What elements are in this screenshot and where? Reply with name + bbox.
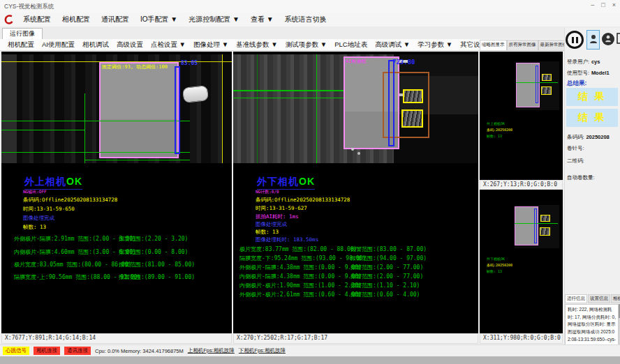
thumb1-yellow-box-1 [542, 74, 552, 81]
alarm-range: 报警范围:(83.00 - 87.00) [350, 245, 427, 253]
alarm-range: 报警范围:(81.00 - 85.00) [119, 261, 195, 268]
right-camera-title: 外下相机OK [257, 176, 315, 190]
overlay-blue-measure-rect [175, 66, 180, 154]
model-row: 使用型号: Model1 [567, 68, 610, 77]
minimize-button[interactable]: – [591, 1, 594, 8]
tool-image-processing[interactable]: 图像处理 ▼ [190, 40, 232, 50]
measurement-row: 内侧极片-极片:1.90mm 范围:(1.00 - 2.20) [239, 282, 362, 289]
right-camera-frames: 帧数: 13 [256, 229, 279, 236]
menu-item-view[interactable]: 查看 ▼ [246, 13, 279, 26]
menu-item-light-config[interactable]: 光源控制配置 ▼ [184, 13, 244, 26]
login-label: 登录用户: [567, 59, 589, 65]
menu-item-comm-config[interactable]: 通讯配置 [96, 13, 134, 26]
left-camera-sub: NG输出:OFF [23, 189, 47, 195]
window-bottom-band [0, 356, 620, 364]
maximize-button[interactable]: □ [601, 1, 605, 8]
threshold-overlay-text: 固定阈值:93, 动态阈值:100 [102, 63, 168, 70]
tool-spotcheck-settings[interactable]: 点检设置 ▼ [147, 40, 189, 50]
measurement-row: 极片宽度:83.05mm 范围:(80.00 - 86.00) [14, 261, 131, 268]
total-result-label: 总结果: [567, 79, 586, 88]
left-camera-time: 时间:13-31-59-650 [23, 206, 75, 213]
tool-learning-params[interactable]: 学习参数 ▼ [414, 40, 456, 50]
left-camera-viewport[interactable]: 固定阈值:93, 动态阈值:100 83.05 外上相机OK NG输出:OFF … [1, 52, 232, 333]
overlay-green-vline [84, 93, 85, 163]
operator-icon-button[interactable] [602, 33, 614, 45]
alarm-range: 报警范围:(1.10 - 2.10) [350, 282, 420, 289]
count-label: 自动卷数量: [567, 174, 595, 181]
thumbnail-view-1[interactable]: 外上相机OK 条码:20250208 帧数: 13 [480, 52, 563, 180]
heartbeat-status-badge: 心跳信号 [3, 347, 29, 355]
menu-item-language[interactable]: 系统语言切换 [280, 13, 332, 26]
info-tabs: 运行信息 设置信息 相机信息 [565, 294, 620, 303]
thumb2-coords: X:311;Y:980;R:0;G:0;B:0 [480, 333, 563, 344]
tool-baseline-params[interactable]: 基准线参数 ▼ [232, 40, 281, 50]
thumb1-coords: X:267;Y:13;R:0;G:0;B:0 [480, 180, 563, 190]
model-value: Model1 [591, 70, 610, 76]
barcode-label: 条码码: [567, 134, 584, 140]
thumb2-yellow-box-2 [540, 227, 550, 236]
pause-button[interactable] [566, 31, 584, 49]
thumb2-yellow-box-1 [540, 215, 550, 222]
menu-item-io-config[interactable]: IO手配置 ▼ [135, 13, 182, 26]
overlay-yellow-vline [222, 54, 223, 163]
tool-camera-config[interactable]: 相机配置 [4, 40, 38, 50]
thumb1-line: 外上相机OK [487, 121, 505, 126]
right-camera-time: 时间:13-31-59-627 [256, 205, 307, 212]
tool-test-params[interactable]: 测试项参数 ▼ [282, 40, 331, 50]
alarm-range: 报警范围:(0.00 - 8.00) [119, 248, 188, 256]
thumb2-blue-rect [534, 208, 537, 243]
thumb2-line: 条码:20250208 [487, 263, 512, 268]
thumbnail-view-2[interactable]: 外下相机OK 条码:20250208 帧数: 13 [480, 190, 563, 333]
tool-camera-debug[interactable]: 相机调试 [79, 40, 112, 50]
login-value: cys [591, 59, 600, 65]
alarm-range: 报警范围:(94.00 - 97.00) [350, 255, 427, 262]
barcode-row: 条码码: 20250208 [567, 132, 610, 141]
overlay-green-vline-dim [257, 54, 258, 163]
measurement-row: 内侧极片-隔膜:4.60mm 范围:(3.00 - 6.00) [14, 248, 136, 256]
result-display-bottom: 结 果 [566, 109, 618, 127]
menu-item-system-config[interactable]: 系统配置 [18, 13, 56, 26]
overlay-green-hline-2 [1, 130, 84, 130]
left-camera-title: 外上相机OK [24, 176, 82, 190]
overlay-yellow-defect-box-1 [403, 89, 423, 103]
right-camera-viewport[interactable]: AI检测框 723.80 外下相机OK NG计数:0/0 条码码:Offline… [233, 52, 478, 333]
close-button[interactable]: × [612, 1, 616, 8]
tool-plc-address[interactable]: PLC地址表 [331, 40, 371, 50]
left-camera-name: 外上相机 [24, 176, 66, 187]
width-measure-label: 83.05 [181, 60, 198, 66]
exit-door-icon [617, 33, 620, 45]
run-log[interactable]: 耗时: 222, 网络检测耗时: 17, 网络分类耗时: 0, 网络提取分区耗时… [565, 304, 619, 350]
alarm-range: 报警范围:(2.00 - 77.00) [350, 273, 423, 280]
right-camera-image[interactable]: AI检测框 723.80 [233, 54, 478, 163]
camera-connection-badge: 相机连接 [34, 347, 60, 355]
right-camera-process-time: 图像处理耗时: 183.50ms [256, 236, 318, 243]
tab-camera-info[interactable]: 相机信息 [611, 294, 620, 303]
tab-run-info[interactable]: 运行信息 [565, 294, 587, 303]
tool-advanced-debug[interactable]: 高级调试 ▼ [371, 40, 413, 50]
left-camera-frames: 帧数: 13 [23, 224, 46, 231]
left-camera-status: OK [66, 176, 82, 187]
right-camera-status: OK [299, 176, 315, 187]
right-camera-name: 外下相机 [257, 176, 299, 187]
ai-roi-label: AI检测框 [346, 58, 366, 65]
alarm-range: 报警范围:(2.00 - 77.00) [350, 264, 423, 271]
tab-thumbnail-display[interactable]: 缩略图显示 [480, 40, 507, 51]
machine-screw-2 [357, 152, 360, 155]
tab-settings-info[interactable]: 设置信息 [588, 294, 610, 303]
status-bar: 心跳信号 相机连接 通讯连接 Cpu: 0.0% Memory: 3424.41… [0, 344, 620, 356]
tool-ai-config[interactable]: AI使用配置 [38, 40, 78, 50]
model-label: 使用型号: [567, 70, 589, 76]
upper-camera-fault-status: 上相机Fps:相机故障 [188, 347, 235, 354]
overlay-green-hline-1 [1, 121, 190, 121]
exit-button[interactable] [616, 31, 620, 47]
left-camera-coords: X:7677;Y:891;R:14;G:14;B:14 [1, 333, 232, 344]
user-login-button[interactable] [586, 30, 600, 50]
left-camera-image[interactable]: 固定阈值:93, 动态阈值:100 83.05 [1, 54, 232, 163]
tool-advanced-settings[interactable]: 高级设置 [113, 40, 147, 50]
thumbnail-tabs: 缩略图显示 所有异常图像 最新异常图像 [480, 40, 563, 51]
menu-item-camera-config[interactable]: 相机配置 [57, 13, 95, 26]
measurement-row: 隔膜宽度-下:95.24mm 范围:(93.00 - 98.00) [239, 255, 366, 262]
barcode-value: 20250208 [586, 134, 609, 140]
tab-all-abnormal-images[interactable]: 所有异常图像 [507, 40, 538, 51]
person-icon [605, 35, 612, 44]
